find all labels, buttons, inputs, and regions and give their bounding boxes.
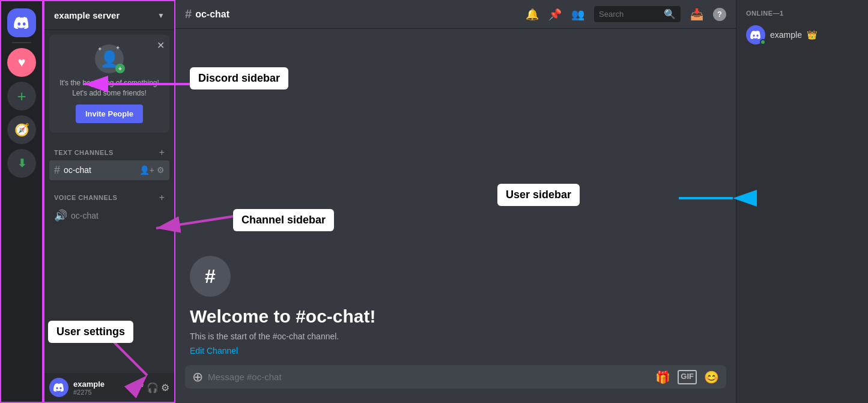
server-icon-add[interactable]: + — [7, 82, 36, 111]
online-user-avatar — [746, 25, 765, 44]
add-text-channel-icon[interactable]: + — [159, 147, 165, 158]
main-content: # oc-chat 🔔 📌 👥 🔍 📥 ? # Welcome to #oc-c… — [175, 0, 736, 403]
chevron-down-icon: ▼ — [157, 11, 165, 20]
channel-item-oc-chat-voice[interactable]: 🔊 oc-chat — [49, 205, 169, 226]
channel-item-oc-chat-text[interactable]: # oc-chat 👤+ ⚙ — [49, 160, 169, 180]
settings-icon[interactable]: ⚙ — [157, 165, 165, 175]
server-icon-download[interactable]: ⬇ — [7, 149, 36, 178]
notification-bell-icon[interactable]: 🔔 — [526, 8, 539, 21]
pin-icon[interactable]: 📌 — [548, 8, 562, 21]
welcome-hash-icon: # — [205, 265, 216, 288]
text-channel-icon: # — [54, 164, 60, 177]
user-sidebar: ONLINE—1 example 👑 — [736, 0, 868, 403]
user-controls: 🎤 🎧 ⚙ — [132, 382, 169, 393]
help-icon[interactable]: ? — [713, 8, 726, 21]
status-online-dot — [760, 39, 766, 45]
add-voice-channel-icon[interactable]: + — [159, 192, 165, 203]
server-list: ♥ + 🧭 ⬇ — [0, 0, 43, 403]
members-icon[interactable]: 👥 — [571, 8, 584, 21]
voice-channels-section: VOICE CHANNELS + 🔊 oc-chat — [44, 183, 174, 228]
gift-icon[interactable]: 🎁 — [655, 370, 670, 384]
username-display: example — [73, 380, 127, 389]
invite-avatar-container: 👤 + ✦ ✦ — [59, 44, 160, 73]
welcome-icon: # — [190, 256, 231, 297]
search-input[interactable] — [599, 10, 659, 19]
voice-channels-header[interactable]: VOICE CHANNELS + — [49, 192, 169, 203]
online-header: ONLINE—1 — [741, 10, 863, 17]
text-channels-label: TEXT CHANNELS — [54, 149, 159, 156]
main-header: # oc-chat 🔔 📌 👥 🔍 📥 ? — [175, 0, 736, 29]
main-channel-name: oc-chat — [195, 9, 229, 20]
add-member-icon[interactable]: 👤+ — [139, 165, 154, 175]
inbox-icon[interactable]: 📥 — [690, 8, 703, 21]
emoji-icon[interactable]: 😊 — [704, 370, 719, 384]
user-avatar — [49, 378, 68, 397]
online-username: example — [770, 30, 802, 40]
channel-title: # oc-chat — [185, 7, 229, 21]
channel-name-oc-chat: oc-chat — [64, 165, 136, 175]
close-icon[interactable]: ✕ — [157, 40, 165, 51]
server-icon-main[interactable] — [7, 8, 36, 37]
user-info: example #2275 — [73, 380, 127, 396]
header-icons: 🔔 📌 👥 🔍 📥 ? — [526, 6, 726, 22]
channel-actions: 👤+ ⚙ — [139, 165, 165, 175]
search-bar[interactable]: 🔍 — [594, 6, 681, 22]
message-input[interactable] — [208, 365, 651, 389]
voice-channel-name-oc-chat: oc-chat — [71, 211, 165, 220]
crown-icon: 👑 — [807, 30, 817, 40]
message-input-wrapper: ⊕ 🎁 GIF 😊 — [185, 365, 726, 389]
welcome-title: Welcome to #oc-chat! — [190, 306, 721, 327]
server-name: example server — [54, 10, 120, 20]
online-user-example[interactable]: example 👑 — [741, 22, 863, 48]
server-icon-heart[interactable]: ♥ — [7, 48, 36, 77]
server-divider — [12, 42, 31, 43]
invite-avatar: 👤 + ✦ ✦ — [95, 44, 124, 73]
message-input-area: ⊕ 🎁 GIF 😊 — [175, 365, 736, 403]
mute-icon[interactable]: 🎤 — [132, 382, 144, 393]
user-settings-icon[interactable]: ⚙ — [161, 382, 169, 393]
sparkle-right: ✦ — [115, 44, 120, 51]
invite-text: It's the beginning of something! Let's a… — [59, 78, 160, 98]
deafen-icon[interactable]: 🎧 — [147, 382, 159, 393]
text-channels-header[interactable]: TEXT CHANNELS + — [49, 147, 169, 158]
server-header[interactable]: example server ▼ — [44, 1, 174, 30]
input-icons: 🎁 GIF 😊 — [655, 370, 719, 384]
invite-popup: ✕ 👤 + ✦ ✦ It's the beginning of somethin… — [49, 35, 169, 133]
attach-file-icon[interactable]: ⊕ — [192, 369, 203, 385]
voice-channel-icon: 🔊 — [54, 209, 67, 222]
text-channels-section: TEXT CHANNELS + # oc-chat 👤+ ⚙ — [44, 138, 174, 183]
channel-sidebar: example server ▼ ✕ 👤 + ✦ ✦ It's the begi… — [43, 0, 175, 403]
user-tag-display: #2275 — [73, 389, 127, 396]
welcome-description: This is the start of the #oc-chat channe… — [190, 332, 721, 341]
plus-badge: + — [115, 64, 125, 73]
server-icon-compass[interactable]: 🧭 — [7, 115, 36, 144]
search-icon: 🔍 — [664, 8, 676, 20]
channel-welcome-area: # Welcome to #oc-chat! This is the start… — [175, 29, 736, 365]
voice-channels-label: VOICE CHANNELS — [54, 194, 159, 201]
sparkle-left: ✦ — [97, 46, 102, 52]
invite-people-button[interactable]: Invite People — [76, 105, 143, 123]
user-area: example #2275 🎤 🎧 ⚙ — [44, 373, 174, 402]
channel-hash-icon: # — [185, 7, 192, 21]
gif-icon[interactable]: GIF — [678, 370, 697, 384]
edit-channel-link[interactable]: Edit Channel — [190, 346, 721, 356]
